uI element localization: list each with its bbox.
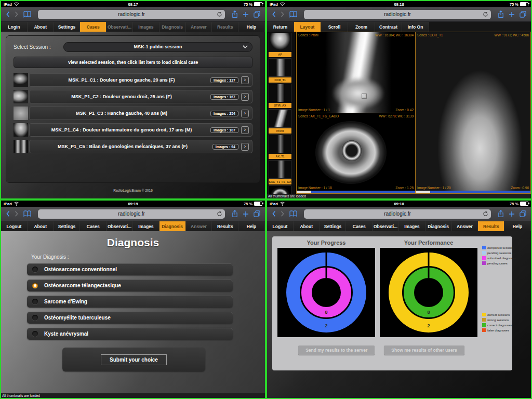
submit-button[interactable]: Submit your choice: [101, 354, 167, 365]
nav-tab[interactable]: About: [28, 221, 54, 232]
toolbar-tab[interactable]: Layout: [294, 22, 321, 32]
address-bar[interactable]: radiologic.fr: [38, 10, 225, 19]
series-thumbnail[interactable]: COR_T1: [269, 58, 295, 83]
nav-tab[interactable]: Settings: [320, 221, 347, 232]
nav-tab[interactable]: Settings: [54, 221, 81, 232]
viewport-cor-t1[interactable]: Series : COR_T1 WW : 9173; WC : 4586 Ima…: [415, 32, 531, 194]
nav-tab[interactable]: Help: [504, 221, 531, 232]
share-button[interactable]: [498, 210, 504, 218]
series-thumbnail[interactable]: Profil: [269, 109, 295, 134]
share-button[interactable]: [232, 10, 238, 18]
image-scrollbar[interactable]: [297, 191, 415, 193]
back-button[interactable]: [272, 210, 276, 217]
radio-icon[interactable]: [32, 299, 38, 304]
nav-tab[interactable]: Results: [478, 221, 504, 232]
nav-tab[interactable]: About: [294, 221, 320, 232]
nav-tab[interactable]: Settings: [54, 22, 81, 32]
address-bar[interactable]: radiologic.fr: [304, 10, 491, 19]
back-button[interactable]: [6, 210, 10, 217]
results-action-button[interactable]: Show me results of other users: [384, 345, 464, 355]
series-thumbnail[interactable]: STIR_AX: [269, 84, 295, 108]
nav-tab[interactable]: Answer: [186, 221, 212, 232]
toolbar-tab[interactable]: Info On: [402, 22, 429, 32]
nav-tab[interactable]: Results: [212, 221, 238, 232]
toolbar-tab[interactable]: Scroll: [321, 22, 348, 32]
reload-button[interactable]: [483, 11, 488, 17]
tabs-button[interactable]: [520, 11, 526, 18]
bookmarks-icon[interactable]: [23, 210, 31, 217]
tabs-button[interactable]: [254, 11, 260, 18]
case-list-item[interactable]: MSK_P1_C4 : Douleur inflammatoire du gen…: [14, 123, 252, 137]
nav-tab[interactable]: Logout: [1, 221, 28, 232]
view-session-button[interactable]: View selected session, then click list i…: [14, 57, 252, 68]
forward-button[interactable]: [15, 210, 19, 217]
reload-button[interactable]: [483, 211, 488, 217]
nav-tab[interactable]: Images: [133, 22, 159, 32]
tabs-button[interactable]: [520, 210, 526, 217]
nav-tab[interactable]: Answer: [186, 22, 212, 32]
back-button[interactable]: [272, 11, 276, 18]
nav-tab[interactable]: Observati...: [107, 221, 133, 232]
series-thumbnail[interactable]: [269, 185, 295, 194]
forward-button[interactable]: [281, 11, 285, 18]
new-tab-button[interactable]: [509, 11, 515, 18]
new-tab-button[interactable]: [243, 11, 249, 18]
address-bar[interactable]: radiologic.fr: [304, 209, 491, 219]
nav-tab[interactable]: Images: [133, 221, 159, 232]
scrollbar-handle[interactable]: [416, 191, 430, 193]
viewport-profil[interactable]: G Series : Profil WW : 16384; WC : 16384…: [296, 32, 416, 113]
nav-tab[interactable]: Diagnosis: [425, 221, 452, 232]
nav-tab[interactable]: About: [28, 22, 54, 32]
diagnosis-option[interactable]: Sarcome d'Ewing: [27, 296, 233, 308]
diagnosis-option[interactable]: Kyste anévrysmal: [27, 328, 233, 340]
nav-tab[interactable]: Logout: [267, 221, 294, 232]
nav-tab[interactable]: Results: [212, 22, 238, 32]
nav-tab[interactable]: Cases: [80, 221, 107, 232]
back-button[interactable]: [6, 11, 10, 18]
radio-icon[interactable]: [32, 283, 38, 288]
radio-icon[interactable]: [32, 267, 38, 272]
reload-button[interactable]: [217, 11, 222, 17]
nav-tab[interactable]: Login: [1, 22, 28, 32]
results-action-button[interactable]: Send my results to the server: [298, 345, 375, 355]
nav-tab[interactable]: Answer: [452, 221, 478, 232]
forward-button[interactable]: [281, 210, 285, 217]
nav-tab[interactable]: Help: [238, 221, 265, 232]
bookmarks-icon[interactable]: [289, 210, 297, 217]
forward-button[interactable]: [15, 11, 19, 18]
nav-tab[interactable]: Observati...: [373, 221, 399, 232]
series-thumbnail[interactable]: AX_T1: [269, 135, 295, 159]
toolbar-tab[interactable]: Return: [267, 22, 294, 32]
case-list-item[interactable]: MSK_P1_C5 : Bilan de gonologies meĺcaniq…: [14, 140, 252, 153]
toolbar-tab[interactable]: Zoom: [348, 22, 375, 32]
series-thumbnail[interactable]: SAG_T1_FS_GA: [269, 160, 295, 184]
session-dropdown[interactable]: MSK-1 public session: [63, 42, 252, 52]
address-bar[interactable]: radiologic.fr: [38, 209, 225, 219]
nav-tab[interactable]: Cases: [80, 22, 107, 32]
share-button[interactable]: [498, 10, 504, 18]
scrollbar-handle[interactable]: [297, 191, 311, 193]
bookmarks-icon[interactable]: [289, 11, 297, 18]
tabs-button[interactable]: [254, 210, 260, 217]
series-thumbnail[interactable]: AP: [269, 33, 295, 57]
nav-tab[interactable]: Help: [238, 22, 265, 32]
new-tab-button[interactable]: [509, 211, 515, 217]
image-scrollbar[interactable]: [416, 191, 530, 193]
toolbar-tab[interactable]: Contrast: [375, 22, 402, 32]
diagnosis-option[interactable]: Ostéosarcome télangectasique: [27, 280, 233, 291]
nav-tab[interactable]: Cases: [346, 221, 373, 232]
diagnosis-option[interactable]: Ostéomyélite tuberculeuse: [27, 312, 233, 324]
share-button[interactable]: [232, 210, 238, 218]
bookmarks-icon[interactable]: [23, 11, 31, 18]
nav-tab[interactable]: Observati...: [107, 22, 133, 32]
nav-tab[interactable]: Images: [399, 221, 425, 232]
nav-tab[interactable]: Diagnosis: [159, 22, 186, 32]
diagnosis-option[interactable]: Ostéosarcome conventionnel: [27, 263, 233, 275]
reload-button[interactable]: [217, 211, 222, 217]
case-list-item[interactable]: MSK_P1_C3 : Hanche gauche, 40 ans (M) Im…: [14, 107, 252, 120]
case-list-item[interactable]: MSK_P1_C1 : Douleur genou gauche, 20 ans…: [14, 73, 252, 87]
radio-icon[interactable]: [32, 315, 38, 321]
viewport-ax-t1-fs-gado[interactable]: Series : AX_T1_FS_GADO WW : 6278; WC : 3…: [296, 113, 416, 194]
new-tab-button[interactable]: [243, 211, 249, 217]
nav-tab[interactable]: Diagnosis: [159, 221, 186, 232]
